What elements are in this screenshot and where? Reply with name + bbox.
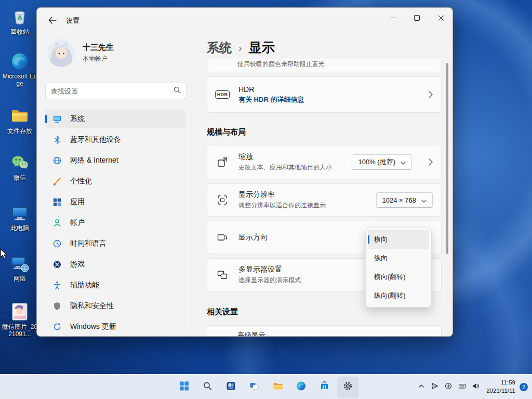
menu-item-landscape[interactable]: 横向 (368, 230, 429, 249)
desktop-icon-this-pc[interactable]: 此电脑 (1, 203, 38, 232)
breadcrumb-separator: › (238, 41, 242, 54)
add-quick-action-button[interactable] (442, 377, 455, 397)
search-icon (203, 381, 212, 393)
advanced-display-title: 高级显示 (216, 331, 265, 336)
desktop-icon-label: 回收站 (10, 29, 29, 36)
user-account-type: 本地帐户 (83, 55, 114, 63)
resolution-title: 显示分辨率 (238, 190, 326, 200)
sidebar-item-accessibility[interactable]: 辅助功能 (45, 276, 185, 295)
chevron-right-icon (429, 158, 433, 166)
desktop-icon-folder[interactable]: 文件存放 (1, 105, 38, 135)
settings-button[interactable] (338, 377, 358, 397)
task-view-button[interactable] (244, 377, 265, 397)
desktop-icon-edge[interactable]: Microsoft Edge (1, 51, 38, 88)
night-light-card[interactable]: 使用较暖的颜色来帮助阻止蓝光 (207, 59, 442, 72)
hidden-icons-button[interactable] (415, 377, 428, 397)
sidebar-item-network-internet[interactable]: 网络 & Internet (45, 151, 185, 170)
multi-display-title: 多显示器设置 (238, 265, 301, 274)
bluetooth-icon (52, 135, 62, 144)
volume-button[interactable] (469, 377, 482, 397)
multi-display-description: 选择显示器的演示模式 (238, 276, 301, 285)
chevron-right-icon (429, 91, 433, 98)
scale-title: 缩放 (238, 152, 332, 162)
search-icon (174, 86, 181, 96)
multi-display-icon (216, 269, 229, 281)
hdr-info-link[interactable]: 有关 HDR 的详细信息 (238, 95, 304, 104)
store-button[interactable] (314, 377, 335, 397)
section-related-settings: 相关设置 (207, 307, 442, 317)
back-button[interactable] (44, 12, 61, 28)
notification-badge[interactable]: 2 (520, 383, 528, 391)
taskbar-center (174, 377, 358, 397)
content-pane: 系统 › 显示 使用较暖的颜色来帮助阻止蓝光 HDR HDR 有关 HDR 的详… (207, 8, 451, 336)
sidebar-item-personalization[interactable]: 个性化 (45, 172, 185, 191)
this-pc-icon (9, 203, 30, 223)
desktop-icon-wechat[interactable]: 微信 (1, 152, 38, 182)
desktop-icon-recycle-bin[interactable]: 回收站 (1, 6, 38, 36)
accessibility-icon (52, 281, 62, 290)
scale-description: 更改文本、应用和其他项目的大小 (238, 163, 332, 172)
share-button[interactable] (428, 377, 442, 397)
person-icon (52, 218, 62, 228)
search-button[interactable] (197, 377, 218, 397)
resolution-select[interactable]: 532 × 399 (376, 192, 433, 208)
sidebar-nav: 系统 蓝牙和其他设备 网络 & Internet 个性化 应用 帐户 时间和语言 (45, 110, 185, 338)
page-title: 显示 (249, 39, 275, 56)
windows-logo-icon (179, 381, 190, 393)
sidebar-item-windows-update[interactable]: Windows 更新 (45, 317, 185, 336)
recycle-bin-icon (9, 6, 30, 27)
user-name: 十三先生 (83, 43, 114, 52)
speaker-icon (472, 382, 480, 392)
desktop-icon-network[interactable]: 网络 (1, 253, 38, 283)
scrollbar-thumb[interactable] (446, 63, 448, 254)
sidebar-item-apps[interactable]: 应用 (45, 193, 185, 211)
desktop-icon-label: 微信图片_2021091... (1, 324, 38, 338)
store-icon (320, 381, 330, 393)
desktop-icon-label: 此电脑 (10, 225, 29, 232)
menu-item-landscape-flipped[interactable]: 横向(翻转) (368, 268, 429, 286)
resolution-icon (216, 194, 229, 206)
orientation-dropdown-menu: 横向 纵向 横向(翻转) 纵向(翻转) (365, 228, 432, 308)
file-explorer-button[interactable] (268, 377, 288, 397)
sidebar-item-system[interactable]: 系统 (45, 110, 185, 128)
sidebar-item-privacy-security[interactable]: 隐私和安全性 (45, 297, 185, 315)
taskbar: 11:59 2021/11/11 2 (0, 374, 532, 399)
sidebar-item-time-language[interactable]: 时间和语言 (45, 234, 185, 253)
hdr-title: HDR (238, 85, 304, 94)
start-button[interactable] (174, 377, 195, 397)
menu-item-portrait-flipped[interactable]: 纵向(翻转) (368, 286, 429, 305)
desktop-icon-label: 微信 (14, 175, 26, 182)
section-scale-layout: 规模与布局 (207, 127, 442, 137)
widgets-button[interactable] (221, 377, 242, 397)
menu-item-portrait[interactable]: 纵向 (368, 249, 429, 268)
advanced-display-card[interactable]: 高级显示 (207, 325, 442, 336)
system-icon (52, 114, 62, 124)
night-light-description: 使用较暖的颜色来帮助阻止蓝光 (216, 60, 325, 69)
sidebar-divider (192, 111, 192, 327)
ime-button[interactable] (455, 377, 469, 397)
update-icon (52, 322, 62, 331)
sidebar-item-bluetooth-devices[interactable]: 蓝牙和其他设备 (45, 130, 185, 149)
clock-time: 11:59 (486, 379, 515, 387)
scale-select[interactable]: 100% (推荐) (352, 154, 412, 170)
search-input[interactable] (51, 87, 174, 95)
folder-icon (9, 105, 30, 126)
user-avatar (47, 39, 75, 67)
hdr-card[interactable]: HDR HDR 有关 HDR 的详细信息 (207, 76, 442, 113)
resolution-card[interactable]: 显示分辨率 调整分辨率以适合你的连接显示 532 × 399 (207, 183, 442, 217)
sidebar-item-accounts[interactable]: 帐户 (45, 214, 185, 232)
clock-date: 2021/11/11 (486, 387, 515, 395)
clock-icon (52, 239, 62, 248)
desktop-icon-label: 文件存放 (7, 128, 32, 135)
plus-circle-icon (445, 382, 452, 392)
chevron-up-icon (418, 382, 425, 392)
desktop-icon-wechat-image[interactable]: 微信图片_2021091... (1, 301, 38, 338)
breadcrumb-system[interactable]: 系统 (207, 39, 232, 56)
scale-card[interactable]: 缩放 更改文本、应用和其他项目的大小 100% (推荐) (207, 145, 442, 179)
edge-icon (296, 381, 307, 393)
user-account[interactable]: 十三先生 本地帐户 (47, 39, 114, 67)
sidebar-item-gaming[interactable]: 游戏 (45, 255, 185, 274)
chevron-down-icon (401, 158, 406, 166)
taskbar-clock[interactable]: 11:59 2021/11/11 (486, 379, 515, 395)
edge-button[interactable] (291, 377, 312, 397)
